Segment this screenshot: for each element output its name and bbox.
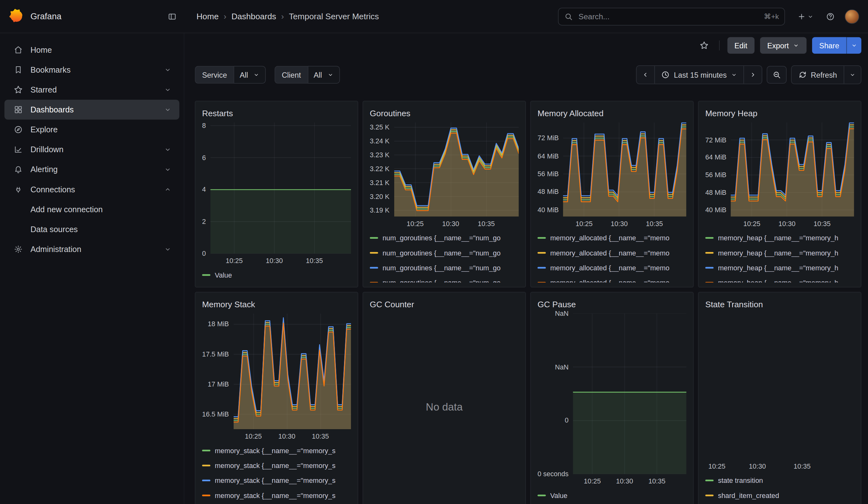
panel-title[interactable]: State Transition (705, 299, 763, 309)
legend-item[interactable]: memory_stack {__name__="memory_s (202, 458, 351, 473)
panel-title[interactable]: Restarts (202, 108, 233, 118)
sidebar-item-label: Starred (30, 85, 56, 94)
legend-item[interactable]: memory_allocated {__name__="memo (538, 230, 686, 245)
refresh-button[interactable]: Refresh (791, 66, 844, 84)
zoom-out-button[interactable] (767, 66, 787, 84)
sidebar-item-data-sources[interactable]: Data sources (4, 219, 179, 239)
x-axis: 10:2510:3010:35 (210, 254, 351, 265)
legend-item[interactable]: memory_heap {__name__="memory_h (705, 260, 854, 275)
sidebar-item-bookmarks[interactable]: Bookmarks (4, 60, 179, 80)
chart-canvas[interactable] (233, 313, 351, 430)
chevron-down-icon[interactable] (164, 245, 172, 253)
chart-canvas[interactable] (573, 313, 686, 474)
client-select[interactable]: All (308, 66, 340, 84)
legend-item[interactable]: memory_allocated {__name__="memo (538, 260, 686, 275)
legend-item[interactable]: memory_stack {__name__="memory_s (202, 443, 351, 458)
legend-item[interactable]: memory_heap {__name__="memory_h (705, 275, 854, 282)
legend-item[interactable]: memory_heap {__name__="memory_h (705, 245, 854, 260)
sidebar-item-dashboards[interactable]: Dashboards (4, 100, 179, 120)
sidebar-item-add-new-connection[interactable]: Add new connection (4, 199, 179, 219)
legend-label: memory_heap {__name__="memory_h (718, 279, 838, 282)
help-button[interactable] (824, 10, 837, 23)
service-select[interactable]: All (234, 66, 266, 84)
chevron-down-icon[interactable] (164, 106, 172, 114)
chart-canvas[interactable] (563, 123, 686, 217)
x-axis-label: 10:30 (616, 477, 633, 485)
panel-title[interactable]: GC Counter (370, 299, 414, 309)
export-button[interactable]: Export (760, 37, 806, 54)
legend-item[interactable]: state transition (705, 473, 854, 488)
legend-item[interactable]: num_goroutines {__name__="num_go (370, 260, 519, 275)
legend-swatch (705, 480, 713, 481)
sidebar-item-home[interactable]: Home (4, 40, 179, 60)
y-axis-label: 6 (202, 154, 206, 162)
legend-item[interactable]: shard_item_created (705, 488, 854, 503)
sidebar-toggle-icon[interactable] (165, 10, 179, 23)
chart-canvas[interactable] (394, 123, 519, 217)
breadcrumb-home[interactable]: Home (197, 12, 219, 21)
chart-canvas[interactable] (710, 313, 854, 459)
panel-title[interactable]: Goroutines (370, 108, 411, 118)
nav-left: Grafana (0, 9, 184, 24)
panel-title[interactable]: Memory Heap (705, 108, 757, 118)
sidebar-item-starred[interactable]: Starred (4, 80, 179, 100)
legend-item[interactable]: memory_allocated {__name__="memo (538, 275, 686, 282)
search-bar[interactable]: ⌘+k (558, 8, 785, 25)
y-axis-label: 3.22 K (370, 165, 390, 173)
legend-label: memory_stack {__name__="memory_s (215, 476, 335, 484)
sidebar-item-alerting[interactable]: Alerting (4, 160, 179, 179)
time-back-button[interactable] (637, 66, 655, 84)
sidebar-item-drilldown[interactable]: Drilldown (4, 140, 179, 160)
legend-item[interactable]: Value (538, 488, 686, 503)
legend-item[interactable]: memory_heap {__name__="memory_h (705, 230, 854, 245)
share-button[interactable]: Share (812, 37, 847, 54)
chevron-down-icon[interactable] (164, 66, 172, 74)
y-axis: 16.5 MiB16.5 MiB17 MiB17.5 MiB18 MiB (202, 313, 233, 430)
legend-item[interactable]: memory_allocated {__name__="memo (538, 245, 686, 260)
legend-swatch (538, 495, 546, 496)
chevron-up-icon[interactable] (164, 186, 172, 194)
time-forward-button[interactable] (743, 66, 762, 84)
panel-title[interactable]: Memory Stack (202, 299, 255, 309)
search-input[interactable] (577, 11, 760, 21)
panel-title[interactable]: Memory Allocated (538, 108, 603, 118)
sidebar-item-label: Explore (30, 125, 58, 134)
add-button[interactable] (795, 10, 816, 23)
legend-item[interactable]: num_goroutines {__name__="num_go (370, 230, 519, 245)
y-axis-label: 3.19 K (370, 207, 390, 214)
y-axis-label: 3.23 K (370, 151, 390, 159)
favorite-star-icon[interactable] (696, 38, 711, 53)
avatar[interactable] (845, 9, 859, 24)
legend-swatch (370, 237, 378, 239)
legend-item[interactable]: memory_stack {__name__="memory_s (202, 473, 351, 488)
legend-item[interactable]: Value (202, 267, 351, 282)
chart-canvas[interactable] (731, 123, 855, 217)
toolbar-divider (719, 40, 720, 51)
legend-item[interactable]: num_goroutines {__name__="num_go (370, 245, 519, 260)
edit-button[interactable]: Edit (727, 37, 754, 54)
breadcrumb-dashboards[interactable]: Dashboards (231, 12, 276, 21)
legend-label: num_goroutines {__name__="num_go (383, 249, 500, 257)
legend-label: num_goroutines {__name__="num_go (383, 234, 500, 242)
sidebar-item-administration[interactable]: Administration (4, 239, 179, 259)
time-range-button[interactable]: Last 15 minutes (655, 66, 743, 84)
legend-item[interactable]: memory_stack {__name__="memory_s (202, 488, 351, 503)
chart-canvas[interactable] (210, 123, 351, 254)
app-name: Grafana (30, 11, 61, 21)
legend-label: num_goroutines {__name__="num_go (383, 264, 500, 272)
x-axis-label: 10:25 (708, 462, 725, 470)
chevron-down-icon[interactable] (164, 86, 172, 94)
sidebar-item-connections[interactable]: Connections (4, 179, 179, 199)
refresh-icon (798, 70, 807, 79)
panel-legend: memory_heap {__name__="memory_hmemory_he… (705, 228, 854, 282)
legend-item[interactable]: num_goroutines {__name__="num_go (370, 275, 519, 282)
y-axis-label: 56 MiB (538, 170, 559, 178)
grafana-logo-icon[interactable] (9, 9, 24, 24)
panel-title[interactable]: GC Pause (538, 299, 576, 309)
share-menu-button[interactable] (847, 37, 861, 54)
sidebar-item-explore[interactable]: Explore (4, 120, 179, 140)
x-axis-label: 10:25 (245, 433, 262, 441)
refresh-interval-button[interactable] (844, 66, 861, 84)
chevron-down-icon[interactable] (164, 146, 172, 154)
chevron-down-icon[interactable] (164, 165, 172, 173)
